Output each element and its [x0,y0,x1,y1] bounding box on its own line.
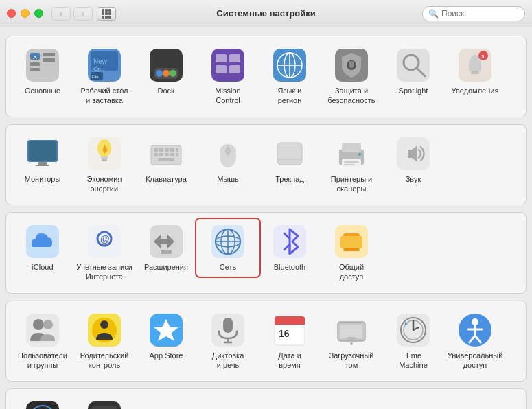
label-bluetooth: Bluetooth [274,262,305,272]
item-bluetooth[interactable]: Bluetooth [259,220,321,276]
item-data[interactable]: 16 Д В С Ч П С В Дата ивремя [259,308,321,375]
item-yazyk[interactable]: Язык ирегион [259,43,321,110]
icon-universalny [457,312,493,348]
item-obshiy[interactable]: Общийдоступ [321,220,382,286]
label-printery: Принтеры исканеры [331,174,373,194]
item-universalny[interactable]: Универсальныйдоступ [444,308,506,375]
label-data: Дата ивремя [278,351,301,371]
icon-dock [148,47,184,83]
icon-timemachine [395,312,431,348]
svg-point-15 [156,70,163,77]
svg-rect-3 [30,68,40,71]
item-uchetnye[interactable]: @ Учетные записиИнтернета [73,220,135,286]
item-mission[interactable]: MissionControl [197,43,259,110]
item-roditelskiy[interactable]: Родительскийконтроль [73,308,135,375]
item-polzovateli[interactable]: Пользователии группы [12,308,73,375]
svg-point-111 [346,337,357,340]
search-box[interactable]: 🔍 [422,6,525,21]
item-globalsan[interactable]: globalSANand Xtarget [12,396,73,409]
item-set[interactable]: Сеть [197,220,259,276]
item-monitory[interactable]: Мониторы [12,132,73,188]
icon-roditelskiy [86,312,122,348]
label-trekpad: Трекпад [275,174,304,184]
svg-rect-69 [344,161,359,163]
label-polzovateli: Пользователии группы [18,351,67,371]
svg-rect-42 [36,165,49,166]
section1-grid: A Основные New Op... File Рабочий [6,43,526,110]
item-appstore[interactable]: App Store [135,308,197,364]
item-klaviatura[interactable]: Клавиатура [135,132,197,188]
item-dock[interactable]: Dock [135,43,197,100]
maximize-button[interactable] [34,9,43,18]
item-ekonomiya[interactable]: Экономияэнергии [73,132,135,198]
svg-point-17 [170,70,176,77]
svg-rect-20 [229,54,240,62]
item-timemachine[interactable]: TimeMachine [382,308,444,375]
svg-rect-21 [216,65,227,73]
search-input[interactable] [441,9,519,19]
apps-grid-button[interactable] [97,7,116,21]
label-rabochiy: Рабочий столи заставка [80,86,128,106]
section-thirdparty: globalSANand Xtarget M BOX MINI AvidMbox… [5,388,527,409]
label-zvuk: Звук [406,174,421,184]
label-zashita: Защита ибезопасность [327,86,375,106]
label-appstore: App Store [150,351,183,360]
close-button[interactable] [7,9,16,18]
svg-rect-52 [170,148,174,152]
item-rabochiy[interactable]: New Op... File Рабочий столи заставка [73,43,135,110]
item-zagruzochny[interactable]: Загрузочныйтом [321,308,382,375]
item-rasshireniya[interactable]: Расширения [135,220,197,276]
icon-klaviatura [148,136,184,172]
label-yazyk: Язык ирегион [278,86,302,106]
svg-rect-56 [165,153,169,156]
item-printery[interactable]: Принтеры исканеры [321,132,382,198]
item-uvedomleniya[interactable]: 3 Уведомления [444,43,506,100]
minimize-button[interactable] [21,9,30,18]
svg-rect-5 [43,58,55,62]
icon-osnovnye: A [25,47,60,83]
item-icloud[interactable]: iCloud [12,220,73,276]
svg-rect-59 [158,158,174,161]
svg-rect-41 [38,162,47,165]
icon-uvedomleniya: 3 [457,47,493,83]
svg-rect-18 [211,49,244,82]
item-spotlight[interactable]: Spotlight [382,43,444,100]
label-uvedomleniya: Уведомления [452,86,499,95]
label-uchetnye: Учетные записиИнтернета [76,262,132,282]
item-diktovka[interactable]: Диктовкаи речь [197,308,259,375]
item-avid[interactable]: M BOX MINI AvidMbox Mini [73,396,135,409]
label-ekonomiya: Экономияэнергии [87,174,122,194]
svg-rect-54 [154,153,158,156]
svg-rect-53 [176,148,178,152]
icon-icloud [25,224,60,259]
forward-button[interactable]: › [73,7,93,21]
label-mysh: Мышь [217,174,239,184]
icon-obshiy [334,224,369,259]
label-timemachine: TimeMachine [399,351,428,371]
label-spotlight: Spotlight [399,86,428,95]
svg-rect-90 [343,248,360,251]
icon-mission [210,47,246,83]
svg-point-71 [358,153,361,156]
item-mysh[interactable]: Мышь [197,132,259,188]
grid-icon [102,9,111,19]
traffic-lights [7,9,43,18]
svg-text:A: A [33,54,37,60]
svg-text:3: 3 [481,54,485,60]
titlebar: ‹ › Системные настройки 🔍 [0,0,532,27]
svg-rect-128 [92,406,117,409]
svg-rect-109 [340,325,362,338]
icon-zagruzochny [334,312,369,348]
svg-rect-78 [161,250,172,254]
svg-text:File: File [92,75,99,79]
svg-point-93 [43,320,53,329]
icon-zashita [334,47,369,83]
item-osnovnye[interactable]: A Основные [12,43,73,100]
item-trekpad[interactable]: Трекпад [259,132,321,188]
item-zvuk[interactable]: Звук [382,132,444,188]
back-button[interactable]: ‹ [51,7,71,21]
svg-rect-4 [43,53,55,56]
svg-point-16 [163,70,170,77]
section3-grid: iCloud @ Учетные записиИнтернета [6,220,526,286]
item-zashita[interactable]: Защита ибезопасность [321,43,382,110]
